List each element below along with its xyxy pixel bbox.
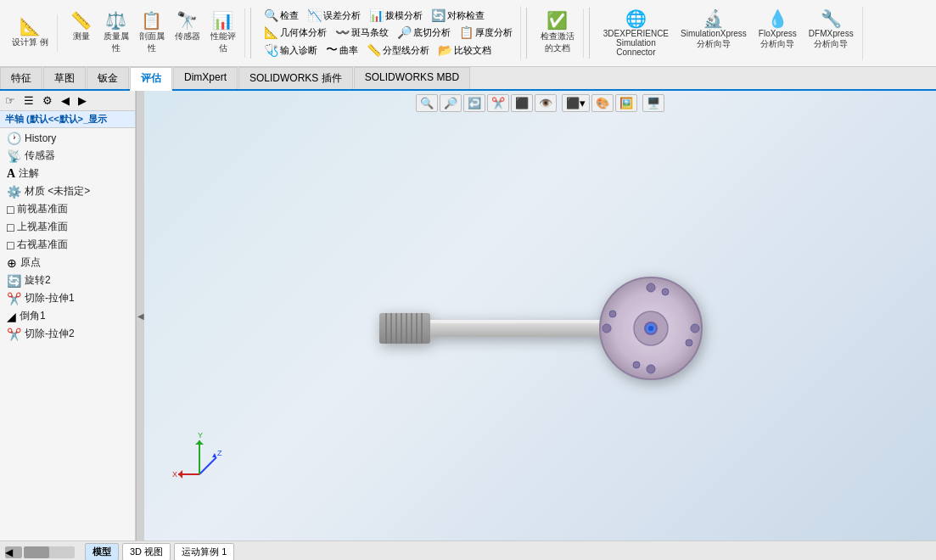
tree-item-annotation[interactable]: A 注解: [0, 165, 135, 182]
tree-item-right-plane[interactable]: □ 右视基准面: [0, 236, 135, 254]
scroll-bar[interactable]: [24, 546, 49, 558]
tree-item-top-plane[interactable]: □ 上视基准面: [0, 218, 135, 236]
quality-icon: ⚖️: [105, 12, 126, 29]
svg-point-18: [647, 365, 655, 373]
svg-rect-10: [430, 320, 625, 323]
ribbon-btn-zebra[interactable]: 〰️ 斑马条纹: [333, 25, 391, 40]
ribbon-btn-curvature[interactable]: 〜 曲率: [323, 42, 361, 59]
sensor-label: 传感器: [175, 31, 200, 42]
viewport-btn-zoom-to-fit[interactable]: 🔍: [416, 94, 438, 112]
ribbon-btn-measure[interactable]: 📏 测量: [66, 10, 97, 44]
viewport-btn-zoom-area[interactable]: 🔎: [440, 94, 462, 112]
ribbon-btn-floxpress[interactable]: 💧 FloXpress分析向导: [755, 8, 800, 52]
sensor-tree-label: 传感器: [25, 148, 55, 163]
quality-label: 质量属性: [104, 31, 129, 54]
tab-evaluate[interactable]: 评估: [130, 67, 172, 91]
history-icon: 🕐: [7, 132, 21, 145]
tree-item-cut-extrude2[interactable]: ✂️ 切除-拉伸2: [0, 325, 135, 343]
svg-marker-29: [212, 453, 216, 457]
section-icon: 📋: [141, 12, 162, 29]
ribbon-btn-thickness[interactable]: 📋 厚度分析: [457, 25, 515, 40]
ribbon-btn-check-activate[interactable]: ✅ 检查激活的文档: [537, 10, 578, 56]
ribbon-btn-section[interactable]: 📋 剖面属性: [136, 10, 168, 56]
ribbon-btn-sensor[interactable]: 🔭 传感器: [171, 10, 204, 44]
zebra-icon: 〰️: [335, 25, 350, 39]
viewport-btn-view-orient[interactable]: ⬛: [511, 94, 533, 112]
left-toolbar-btn-list[interactable]: ☰: [20, 92, 37, 109]
svg-point-21: [662, 288, 669, 295]
scroll-left-btn[interactable]: ◀: [5, 546, 22, 558]
section-label: 剖面属性: [139, 31, 165, 54]
status-tab-model[interactable]: 模型: [85, 543, 119, 560]
draft-icon: 📊: [369, 8, 384, 22]
status-tab-motion[interactable]: 运动算例 1: [174, 543, 234, 560]
ribbon-btn-3dexperience[interactable]: 🌐 3DEXPERIENCESimulationConnector: [600, 8, 672, 59]
origin-label: 原点: [20, 255, 41, 270]
tab-sw-plugins[interactable]: SOLIDWORKS 插件: [238, 67, 353, 89]
ribbon-toolbar: 📐 设计算 例 📏 测量 ⚖️ 质量属性 📋 剖面属性 🔭 传感器: [0, 0, 936, 66]
ribbon-btn-draft-analysis[interactable]: 📊 拨模分析: [367, 8, 425, 23]
status-tab-3dview[interactable]: 3D 视图: [122, 543, 171, 560]
svg-point-19: [603, 324, 611, 333]
perf-label: 性能评估: [210, 31, 236, 54]
undercut-icon: 🔎: [397, 25, 412, 39]
chamfer1-label: 倒角1: [20, 309, 46, 323]
ribbon-btn-parting-line[interactable]: 📏 分型线分析: [364, 42, 432, 58]
viewport-btn-prev-view[interactable]: ↩️: [463, 94, 485, 112]
tree-item-front-plane[interactable]: □ 前视基准面: [0, 200, 135, 218]
tab-sketch[interactable]: 草图: [43, 67, 86, 89]
ribbon-btn-error-analysis[interactable]: 📉 误差分析: [305, 8, 363, 23]
tab-sheet-metal[interactable]: 钣金: [87, 67, 129, 89]
tab-sw-mbd[interactable]: SOLIDWORKS MBD: [354, 67, 470, 89]
ribbon-btn-input-diag[interactable]: 🩺 输入诊断: [261, 42, 320, 58]
ribbon-group-design-calc: 📐 设计算 例: [3, 14, 58, 52]
left-toolbar-btn-prev[interactable]: ◀: [58, 92, 73, 109]
ribbon-btn-geo-analysis[interactable]: 📐 几何体分析: [261, 25, 329, 40]
thickness-label: 厚度分析: [475, 26, 513, 39]
tree-item-cut-extrude1[interactable]: ✂️ 切除-拉伸1: [0, 289, 135, 307]
ribbon-btn-perf[interactable]: 📊 性能评估: [207, 10, 239, 56]
tree-item-origin[interactable]: ⊕ 原点: [0, 254, 135, 272]
viewport-btn-scene[interactable]: 🖼️: [615, 94, 637, 112]
dfmxpress-icon: 🔧: [821, 10, 842, 27]
viewport-btn-display[interactable]: 🖥️: [642, 94, 664, 112]
cut-extrude1-icon: ✂️: [7, 292, 21, 305]
ribbon-btn-quality[interactable]: ⚖️ 质量属性: [100, 10, 132, 56]
tab-dimxpert[interactable]: DimXpert: [173, 67, 238, 89]
tree-item-revolve2[interactable]: 🔄 旋转2: [0, 272, 135, 289]
left-toolbar-btn-hand[interactable]: ☞: [2, 92, 19, 109]
svg-text:Y: Y: [198, 431, 203, 440]
coord-axes: Z Y X: [170, 428, 229, 490]
measure-icon: 📏: [70, 12, 92, 29]
feature-tree[interactable]: 🕐 History 📡 传感器 A 注解 ⚙️ 材质 <未指定> □ 前视基准面…: [0, 128, 135, 540]
panel-collapse-handle[interactable]: ◀: [136, 91, 144, 540]
tree-item-material[interactable]: ⚙️ 材质 <未指定>: [0, 182, 135, 200]
tree-item-chamfer1[interactable]: ◢ 倒角1: [0, 307, 135, 325]
ribbon-btn-simxpress[interactable]: 🔬 SimulationXpress分析向导: [677, 8, 750, 52]
viewport-btn-section-view[interactable]: ✂️: [487, 94, 509, 112]
viewport-btn-display-style[interactable]: 👁️: [535, 94, 557, 112]
viewport-btn-hide-show[interactable]: ⬛▾: [562, 94, 590, 112]
svg-marker-31: [195, 440, 204, 445]
left-toolbar-btn-settings[interactable]: ⚙: [39, 92, 56, 109]
ribbon-btn-check[interactable]: 🔍 检查: [261, 8, 301, 23]
tab-features[interactable]: 特征: [0, 67, 42, 89]
top-plane-icon: □: [7, 221, 14, 234]
svg-point-17: [647, 283, 655, 292]
3dexperience-icon: 🌐: [625, 10, 647, 27]
ribbon-btn-design-calc[interactable]: 📐 设计算 例: [8, 16, 52, 50]
front-plane-label: 前视基准面: [17, 202, 68, 216]
sensor-tree-icon: 📡: [7, 149, 21, 163]
left-toolbar-btn-next[interactable]: ▶: [75, 92, 90, 109]
error-analysis-label: 误差分析: [323, 9, 361, 22]
viewport-btn-appearnce[interactable]: 🎨: [591, 94, 614, 112]
ribbon-btn-undercut[interactable]: 🔎 底切分析: [395, 25, 453, 40]
tree-item-history[interactable]: 🕐 History: [0, 130, 135, 147]
tree-item-sensor[interactable]: 📡 传感器: [0, 147, 135, 165]
floxpress-icon: 💧: [767, 10, 788, 27]
svg-text:Z: Z: [217, 449, 222, 457]
viewport[interactable]: 🔍 🔎 ↩️ ✂️ ⬛ 👁️ ⬛▾ 🎨 🖼️ 🖥️: [144, 91, 936, 540]
ribbon-btn-sym-check[interactable]: 🔄 对称检查: [429, 8, 487, 23]
ribbon-btn-compare-doc[interactable]: 📂 比较文档: [435, 42, 494, 58]
ribbon-btn-dfmxpress[interactable]: 🔧 DFMXpress分析向导: [805, 8, 857, 52]
